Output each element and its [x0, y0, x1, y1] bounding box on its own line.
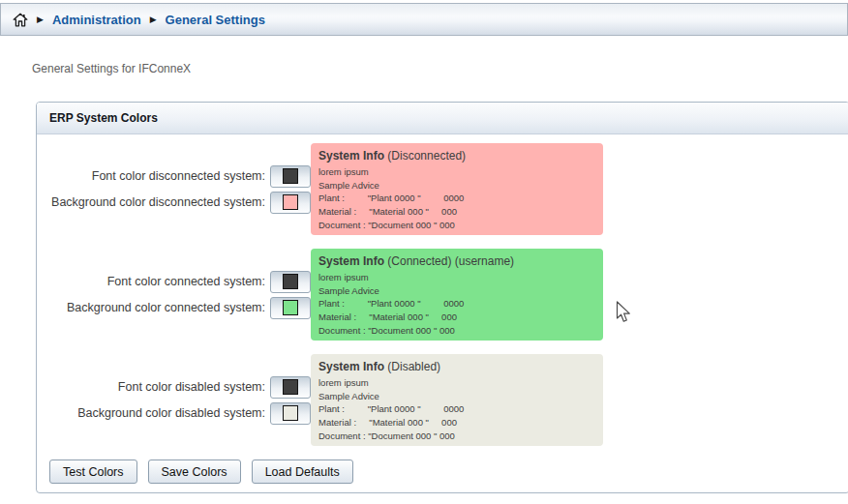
breadcrumb-item-administration[interactable]: Administration	[52, 13, 141, 27]
section-disabled: Font color disabled system: Background c…	[49, 354, 848, 446]
card-data-plant: Plant : "Plant 0000 " 0000	[318, 192, 603, 205]
font-color-disconnected-row: Font color disconnected system:	[92, 165, 311, 188]
card-data-material: Material : "Material 000 " 000	[318, 416, 603, 430]
chevron-right-icon: ▶	[150, 15, 157, 24]
section-disconnected: Font color disconnected system: Backgrou…	[49, 143, 848, 235]
font-color-disconnected-label: Font color disconnected system:	[92, 169, 265, 183]
card-data-material: Material : "Material 000 " 000	[318, 311, 603, 324]
disabled-preview-card: System Info (Disabled) lorem ipsum Sampl…	[311, 354, 603, 446]
card-data-plant: Plant : "Plant 0000 " 0000	[318, 297, 603, 311]
font-color-connected-label: Font color connected system:	[107, 275, 265, 288]
font-color-connected-picker-button[interactable]	[270, 271, 311, 293]
card-line: lorem ipsum	[318, 271, 603, 284]
card-line: lorem ipsum	[318, 165, 603, 179]
chevron-right-icon: ▶	[37, 15, 44, 24]
connected-preview-card: System Info (Connected) (username) lorem…	[311, 249, 603, 341]
card-data-document: Document : "Document 000 " 000	[318, 219, 603, 232]
font-color-connected-row: Font color connected system:	[107, 271, 311, 293]
card-data-document: Document : "Document 000 " 000	[318, 324, 603, 338]
background-color-connected-picker-button[interactable]	[270, 297, 311, 319]
background-color-disabled-swatch	[283, 405, 298, 421]
panel-footer: Test Colors Save Colors Load Defaults	[49, 460, 848, 484]
background-color-connected-swatch	[283, 300, 298, 315]
background-color-disabled-label: Background color disabled system:	[77, 406, 265, 420]
panel-body: Font color disconnected system: Backgrou…	[37, 134, 848, 484]
font-color-disconnected-swatch	[283, 168, 298, 184]
card-line: Sample Advice	[318, 284, 603, 298]
card-line: Sample Advice	[318, 179, 603, 193]
font-color-disabled-picker-button[interactable]	[270, 376, 311, 399]
background-color-disconnected-row: Background color disconnected system:	[51, 192, 311, 214]
panel-title: ERP System Colors	[49, 111, 158, 125]
section-connected: Font color connected system: Background …	[49, 249, 848, 341]
connected-controls: Font color connected system: Background …	[49, 271, 311, 319]
card-line: Sample Advice	[318, 390, 603, 403]
card-title: System Info (Connected) (username)	[318, 254, 603, 268]
background-color-connected-label: Background color connected system:	[67, 301, 265, 314]
background-color-disconnected-swatch	[283, 194, 298, 210]
card-data-document: Document : "Document 000 " 000	[318, 430, 603, 443]
panel-header: ERP System Colors	[37, 103, 848, 134]
card-title: System Info (Disconnected)	[318, 149, 603, 163]
font-color-connected-swatch	[283, 274, 298, 289]
disabled-controls: Font color disabled system: Background c…	[49, 376, 311, 425]
disconnected-preview-card: System Info (Disconnected) lorem ipsum S…	[311, 143, 603, 235]
font-color-disabled-row: Font color disabled system:	[118, 376, 311, 399]
test-colors-button[interactable]: Test Colors	[49, 460, 137, 484]
font-color-disabled-swatch	[283, 379, 298, 395]
save-colors-button[interactable]: Save Colors	[148, 460, 241, 484]
background-color-disconnected-label: Background color disconnected system:	[51, 195, 265, 209]
breadcrumb: ▶ Administration ▶ General Settings	[0, 3, 848, 36]
general-settings-page: { "breadcrumb": { "separator": "▶", "ite…	[0, 0, 848, 504]
breadcrumb-item-general-settings[interactable]: General Settings	[166, 13, 265, 27]
background-color-connected-row: Background color connected system:	[67, 297, 311, 319]
erp-system-colors-panel: ERP System Colors Font color disconnecte…	[36, 102, 848, 493]
page-subtitle: General Settings for IFConneX	[32, 62, 191, 75]
home-icon[interactable]	[13, 13, 28, 27]
card-data-material: Material : "Material 000 " 000	[318, 205, 603, 219]
card-title: System Info (Disabled)	[318, 360, 603, 373]
card-line: lorem ipsum	[318, 376, 603, 390]
font-color-disconnected-picker-button[interactable]	[270, 165, 311, 188]
background-color-disabled-picker-button[interactable]	[270, 402, 311, 425]
disconnected-controls: Font color disconnected system: Backgrou…	[49, 165, 311, 214]
load-defaults-button[interactable]: Load Defaults	[252, 460, 353, 484]
background-color-disabled-row: Background color disabled system:	[77, 402, 311, 425]
font-color-disabled-label: Font color disabled system:	[118, 380, 265, 394]
card-data-plant: Plant : "Plant 0000 " 0000	[318, 402, 603, 416]
background-color-disconnected-picker-button[interactable]	[270, 192, 311, 214]
